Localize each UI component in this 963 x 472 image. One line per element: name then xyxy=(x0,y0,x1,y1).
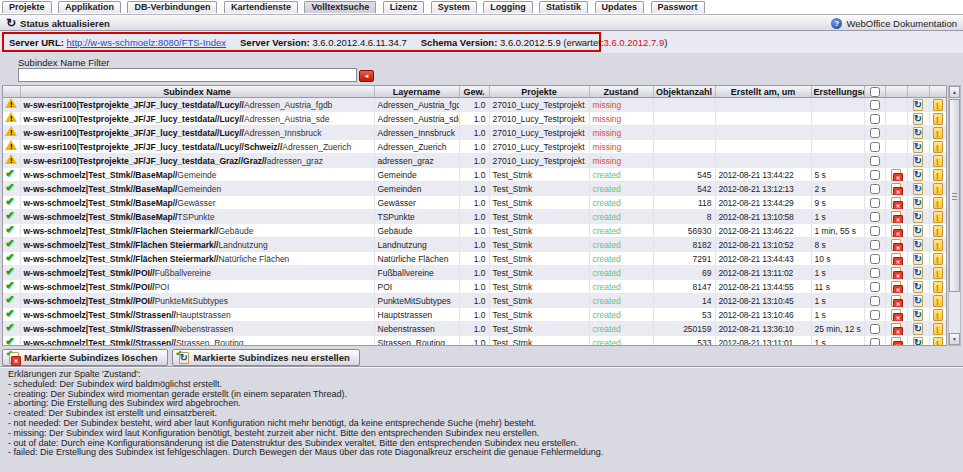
delete-subindex-icon[interactable] xyxy=(891,211,901,223)
tab[interactable]: Volltextsuche xyxy=(304,1,376,13)
recreate-subindex-icon[interactable] xyxy=(913,183,923,195)
subindex-info-icon[interactable] xyxy=(933,127,943,139)
recreate-subindex-icon[interactable] xyxy=(913,155,923,167)
recreate-subindex-icon[interactable] xyxy=(913,267,923,279)
gew-header[interactable]: Gew. xyxy=(459,86,489,98)
tab[interactable]: Kartendienste xyxy=(224,1,298,13)
objektanzahl-header[interactable]: Objektanzahl xyxy=(653,86,715,98)
select-all-checkbox[interactable] xyxy=(870,87,880,97)
recreate-subindex-icon[interactable] xyxy=(913,337,923,347)
tab[interactable]: Logging xyxy=(483,1,533,13)
row-select-checkbox[interactable] xyxy=(870,226,880,236)
row-select-checkbox[interactable] xyxy=(870,198,880,208)
recreate-subindex-icon[interactable] xyxy=(913,197,923,209)
recreate-subindex-icon[interactable] xyxy=(913,295,923,307)
refresh-status-button[interactable]: ↻ Status aktualisieren xyxy=(6,16,110,30)
gew-cell: 1.0 xyxy=(459,126,489,140)
delete-subindex-icon[interactable] xyxy=(891,253,901,265)
server-url-link[interactable]: http://w-ws-schmoelz:8080/FTS-Index xyxy=(67,37,226,48)
row-select-checkbox[interactable] xyxy=(870,338,880,346)
row-select-checkbox[interactable] xyxy=(870,282,880,292)
delete-subindex-icon[interactable] xyxy=(891,239,901,251)
delete-subindex-icon[interactable] xyxy=(891,183,901,195)
delete-marked-subindexes-button[interactable]: Markierte Subindizes löschen xyxy=(2,349,168,366)
row-select-checkbox[interactable] xyxy=(870,142,880,152)
tab[interactable]: Passwort xyxy=(651,1,705,13)
recreate-subindex-icon[interactable] xyxy=(913,113,923,125)
tab[interactable]: Lizenz xyxy=(383,1,425,13)
layername-header[interactable]: Layername xyxy=(374,86,459,98)
subindex-info-icon[interactable] xyxy=(933,323,943,335)
subindex-info-icon[interactable] xyxy=(933,141,943,153)
recreate-subindex-icon[interactable] xyxy=(913,225,923,237)
tab[interactable]: DB-Verbindungen xyxy=(127,1,217,13)
scroll-down-icon[interactable]: ▼ xyxy=(949,333,960,345)
delete-subindex-icon[interactable] xyxy=(891,169,901,181)
weboffice-documentation-link[interactable]: ? WebOffice Dokumentation xyxy=(831,16,957,30)
subindex-filter-input[interactable] xyxy=(18,68,357,82)
tab[interactable]: Statistik xyxy=(539,1,588,13)
scroll-up-icon[interactable]: ▲ xyxy=(949,86,960,98)
delete-subindex-icon[interactable] xyxy=(891,281,901,293)
row-select-checkbox[interactable] xyxy=(870,156,880,166)
subindex-path: w-ws-schmoelz|Test_Stmk//Strassen// xyxy=(24,324,176,334)
subindex-info-icon[interactable] xyxy=(933,225,943,237)
tab[interactable]: Projekte xyxy=(2,1,52,13)
subindex-info-icon[interactable] xyxy=(933,113,943,125)
row-select-checkbox[interactable] xyxy=(870,170,880,180)
row-select-checkbox[interactable] xyxy=(870,100,880,110)
subindex-info-icon[interactable] xyxy=(933,267,943,279)
recreate-subindex-icon[interactable] xyxy=(913,239,923,251)
row-select-checkbox[interactable] xyxy=(870,184,880,194)
projekte-header[interactable]: Projekte xyxy=(489,86,589,98)
recreate-subindex-icon[interactable] xyxy=(913,281,923,293)
subindex-name-header[interactable]: Subindex Name xyxy=(20,86,374,98)
subindex-info-icon[interactable] xyxy=(933,337,943,347)
subindex-info-icon[interactable] xyxy=(933,281,943,293)
subindex-info-icon[interactable] xyxy=(933,253,943,265)
recreate-subindex-icon[interactable] xyxy=(913,211,923,223)
recreate-subindex-icon[interactable] xyxy=(913,323,923,335)
erstellungsdauer-header[interactable]: Erstellungsdauer xyxy=(811,86,864,98)
recreate-subindex-icon[interactable] xyxy=(913,309,923,321)
delete-subindex-icon[interactable] xyxy=(891,295,901,307)
delete-subindex-icon[interactable] xyxy=(891,197,901,209)
subindex-info-icon[interactable] xyxy=(933,169,943,181)
row-select-checkbox[interactable] xyxy=(870,128,880,138)
delete-subindex-icon[interactable] xyxy=(891,267,901,279)
subindex-info-icon[interactable] xyxy=(933,197,943,209)
subindex-info-icon[interactable] xyxy=(933,239,943,251)
subindex-info-icon[interactable] xyxy=(933,183,943,195)
row-select-checkbox[interactable] xyxy=(870,254,880,264)
row-select-checkbox[interactable] xyxy=(870,212,880,222)
tab[interactable]: Updates xyxy=(595,1,645,13)
recreate-subindex-icon[interactable] xyxy=(913,141,923,153)
clear-filter-icon[interactable]: ◄ xyxy=(359,70,374,82)
delete-subindex-icon[interactable] xyxy=(891,337,901,347)
row-select-checkbox[interactable] xyxy=(870,296,880,306)
vertical-scrollbar[interactable]: ▲ ▼ xyxy=(948,85,961,346)
row-select-checkbox[interactable] xyxy=(870,240,880,250)
subindex-info-icon[interactable] xyxy=(933,99,943,111)
row-select-checkbox[interactable] xyxy=(870,114,880,124)
delete-subindex-icon[interactable] xyxy=(891,309,901,321)
row-select-checkbox[interactable] xyxy=(870,268,880,278)
delete-subindex-icon[interactable] xyxy=(891,225,901,237)
delete-subindex-icon[interactable] xyxy=(891,323,901,335)
subindex-info-icon[interactable] xyxy=(933,295,943,307)
subindex-info-icon[interactable] xyxy=(933,211,943,223)
subindex-info-icon[interactable] xyxy=(933,155,943,167)
row-select-checkbox[interactable] xyxy=(870,324,880,334)
subindex-info-icon[interactable] xyxy=(933,309,943,321)
recreate-subindex-icon[interactable] xyxy=(913,253,923,265)
zustand-header[interactable]: Zustand xyxy=(589,86,653,98)
recreate-subindex-icon[interactable] xyxy=(913,169,923,181)
scrollbar-thumb[interactable] xyxy=(949,99,960,292)
tab[interactable]: System xyxy=(431,1,477,13)
erstellt-header[interactable]: Erstellt am, um xyxy=(715,86,811,98)
recreate-subindex-icon[interactable] xyxy=(913,127,923,139)
recreate-subindex-icon[interactable] xyxy=(913,99,923,111)
row-select-checkbox[interactable] xyxy=(870,310,880,320)
tab[interactable]: Applikation xyxy=(58,1,121,13)
recreate-marked-subindexes-button[interactable]: Markierte Subindizes neu erstellen xyxy=(172,349,360,366)
